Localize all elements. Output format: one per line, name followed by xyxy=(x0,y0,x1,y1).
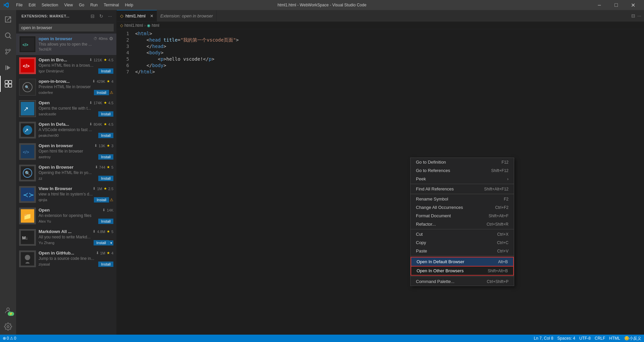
ext-name-row: Open ⬇ 14K xyxy=(39,208,113,213)
extension-item-open-sandcastle[interactable]: ↗ Open ⬇ 174K ★ 4.5 Opens the current fi… xyxy=(16,98,116,119)
ctx-format-document[interactable]: Format Document Shift+Alt+F xyxy=(411,212,514,220)
ext-icon: </> xyxy=(19,57,36,74)
extension-item-open-in-browser-techr[interactable]: </> open in browser ⏱ 40ms ⚙ This allows… xyxy=(16,34,116,55)
install-button[interactable]: Install xyxy=(94,197,109,203)
download-icon: ⬇ xyxy=(94,144,97,148)
ctx-open-in-default-browser[interactable]: Open In Default Browser Alt+B xyxy=(411,257,514,267)
extension-item-open-in-brow-coderfee[interactable]: 🔍 open-in-brow... ⬇ 429K ★ 4 Preview HTM… xyxy=(16,76,116,98)
install-btn-group: Install ▾ xyxy=(94,240,113,245)
ctx-go-to-definition[interactable]: Go to Definition F12 xyxy=(411,158,514,166)
split-editor-button[interactable]: ⊟ xyxy=(631,13,635,18)
tab-extension[interactable]: Extension: open in browser xyxy=(157,10,217,21)
error-icon: ⊗ xyxy=(3,336,6,341)
more-button[interactable]: ··· xyxy=(106,12,114,20)
more-actions-button[interactable]: ··· xyxy=(637,13,641,18)
sidebar: EXTENSIONS: MARKET... ⊟ ↻ ··· </> open i… xyxy=(16,10,117,335)
ctx-find-all-references[interactable]: Find All References Shift+Alt+F12 xyxy=(411,185,514,193)
extension-item-markdown-all[interactable]: M↓ Markdown All ... ⬇ 4.8M ★ 5 All you n… xyxy=(16,227,116,248)
ext-desc: An extension for opening files xyxy=(39,213,113,218)
ext-footer: peakchen90 Install xyxy=(39,133,113,138)
ctx-rename-symbol[interactable]: Rename Symbol F2 xyxy=(411,195,514,203)
ctx-open-in-other-browsers[interactable]: Open In Other Browsers Shift+Alt+B xyxy=(411,267,514,276)
activity-search[interactable] xyxy=(0,27,16,44)
status-position[interactable]: Ln 7, Col 8 xyxy=(534,336,553,341)
ctx-change-all-occurrences[interactable]: Change All Occurrences Ctrl+F2 xyxy=(411,203,514,212)
install-button[interactable]: Install xyxy=(98,111,113,117)
ext-star-count: 5 xyxy=(111,165,113,169)
extension-item-open-in-github[interactable]: Open in GitHub... ⬇ 1M ★ 4 Jump to a sou… xyxy=(16,248,116,270)
close-button[interactable]: ✕ xyxy=(625,0,641,10)
ctx-refactor[interactable]: Refactor... Ctrl+Shift+R xyxy=(411,220,514,228)
activity-extensions[interactable] xyxy=(0,76,16,92)
tab-close-button[interactable]: × xyxy=(150,13,153,19)
svg-text:</>: </> xyxy=(22,43,28,47)
ext-downloads: 174K xyxy=(94,101,102,105)
activity-run[interactable] xyxy=(0,60,16,76)
ext-meta: ⬇ 804K ★ 4.5 xyxy=(89,122,113,126)
ext-author: TechER xyxy=(39,47,52,51)
tab-html1[interactable]: ◇ html1.html × xyxy=(117,10,157,21)
status-line-ending[interactable]: CRLF xyxy=(595,336,605,341)
breadcrumb-file[interactable]: html1.html xyxy=(124,23,143,28)
install-button[interactable]: Install xyxy=(94,90,109,95)
ctx-command-palette[interactable]: Command Palette... Ctrl+Shift+P xyxy=(411,277,514,286)
extension-item-view-in-browser-qinjia[interactable]: ≺≻ View In Browser ⬇ 1M ★ 2.5 view a htm… xyxy=(16,184,116,205)
status-encoding[interactable]: UTF-8 xyxy=(579,336,591,341)
status-spaces[interactable]: Spaces: 4 xyxy=(557,336,575,341)
extension-item-open-in-default-peakchen[interactable]: ↗ Open In Defa... ⬇ 804K ★ 4.5 A VSCode … xyxy=(16,119,116,141)
status-errors[interactable]: ⊗ 0 ⚠ 0 xyxy=(3,336,16,341)
ext-author: Alex Yu xyxy=(39,219,51,223)
status-language[interactable]: HTML xyxy=(609,336,620,341)
install-button[interactable]: Install xyxy=(98,176,113,181)
menu-go[interactable]: Go xyxy=(76,2,87,8)
ext-name: View In Browser xyxy=(39,186,72,191)
menu-view[interactable]: View xyxy=(61,2,75,8)
extension-item-open-in-browser-axetroy[interactable]: </> Open in browser ⬇ 13K ★ 3 Open html … xyxy=(16,141,116,162)
ext-meta: ⏱ 40ms ⚙ xyxy=(94,36,113,41)
gear-icon[interactable]: ⚙ xyxy=(109,36,113,41)
search-input[interactable] xyxy=(21,25,111,30)
ctx-paste[interactable]: Paste Ctrl+V xyxy=(411,247,514,255)
maximize-button[interactable]: □ xyxy=(608,0,624,10)
minimize-button[interactable]: – xyxy=(592,0,607,10)
menu-selection[interactable]: Selection xyxy=(39,2,61,8)
extension-item-open-in-bro-igor[interactable]: </> Open in Bro... ⬇ 121K ★ 4.5 Opens HT… xyxy=(16,55,116,76)
activity-source-control[interactable] xyxy=(0,44,16,60)
install-button[interactable]: Install xyxy=(98,262,113,267)
activity-settings[interactable] xyxy=(0,319,16,335)
ext-footer: zz Install xyxy=(39,176,113,181)
status-bar-right: Ln 7, Col 8 Spaces: 4 UTF-8 CRLF HTML 😊小… xyxy=(534,336,641,341)
ext-name-row: Open in GitHub... ⬇ 1M ★ 4 xyxy=(39,250,113,255)
extension-item-open-in-browser-zz[interactable]: 🔍 Open in Browser ⬇ 744 ★ 5 Opening the … xyxy=(16,162,116,184)
install-dropdown-button[interactable]: ▾ xyxy=(109,240,113,245)
extension-item-open-alex[interactable]: 📁 Open ⬇ 14K An extension for opening fi… xyxy=(16,205,116,227)
menu-terminal[interactable]: Terminal xyxy=(101,2,121,8)
filter-button[interactable]: ⊟ xyxy=(89,12,96,20)
refresh-button[interactable]: ↻ xyxy=(98,12,105,20)
install-button[interactable]: Install xyxy=(94,240,109,245)
ctx-peek[interactable]: Peek › xyxy=(411,175,514,183)
ctx-copy[interactable]: Copy Ctrl+C xyxy=(411,238,514,247)
install-button[interactable]: Install xyxy=(98,154,113,160)
install-button[interactable]: Install xyxy=(98,68,113,74)
code-content[interactable]: <html> <head title="我的第一个vscode页面"> </he… xyxy=(132,29,644,335)
ext-info: View In Browser ⬇ 1M ★ 2.5 view a html f… xyxy=(39,186,113,203)
menu-run[interactable]: Run xyxy=(88,2,100,8)
menu-edit[interactable]: Edit xyxy=(26,2,38,8)
ext-download-icon: ⏱ xyxy=(94,37,97,41)
activity-explorer[interactable] xyxy=(0,11,16,27)
breadcrumb-symbol[interactable]: html xyxy=(152,23,159,28)
ext-desc: Opens HTML files in a brows... xyxy=(39,63,113,68)
activity-accounts[interactable]: ⚡ xyxy=(0,302,16,319)
install-button[interactable]: Install xyxy=(98,133,113,138)
ctx-go-to-references[interactable]: Go to References Shift+F12 xyxy=(411,166,514,175)
ext-author: qinjia xyxy=(39,198,47,202)
status-feedback[interactable]: 😊小反义 xyxy=(624,336,641,341)
ctx-cut[interactable]: Cut Ctrl+X xyxy=(411,230,514,238)
install-button[interactable]: Install xyxy=(98,219,113,224)
menu-file[interactable]: File xyxy=(13,2,25,8)
context-menu: Go to Definition F12 Go to References Sh… xyxy=(410,158,514,286)
warning-icon: ⚠ xyxy=(110,90,113,95)
status-bar: ⊗ 0 ⚠ 0 Ln 7, Col 8 Spaces: 4 UTF-8 CRLF… xyxy=(0,335,644,342)
menu-help[interactable]: Help xyxy=(122,2,136,8)
